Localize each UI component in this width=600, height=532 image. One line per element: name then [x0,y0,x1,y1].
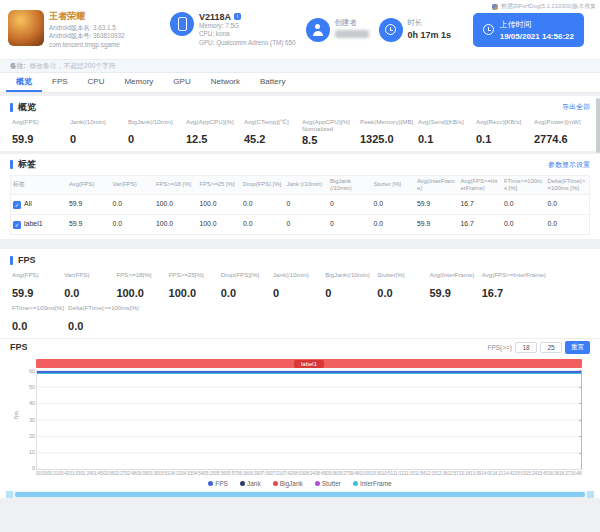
stat-label: Peak(Memory)[MB] [360,118,414,132]
remark-bar[interactable]: 备注: 修改备注，不超过200个字符 [0,60,600,73]
row-label: All [24,200,32,208]
legend-item[interactable]: InterFrame [353,480,392,487]
column-header: BigJank (/10min) [328,176,372,194]
x-tick-label: 02:06 [103,471,114,476]
tab[interactable]: 概览 [6,73,42,92]
legend-item[interactable]: Jank [240,480,261,487]
game-version-name: Android版本名: 3.63.1.5 [49,24,125,33]
x-tick-label: 15:03 [515,471,526,476]
stat-label: FPS>=18[%] [116,271,164,286]
stat-value: 0 [325,287,373,299]
stat-item: FTime>=100ms[%] 0.0 [10,303,66,333]
tab-label: FPS [52,77,68,86]
fps-title: FPS [18,255,36,265]
tab[interactable]: FPS [42,73,78,92]
x-tick-label: 01:03 [69,471,80,476]
parameter-display-settings-link[interactable]: 参数显示设置 [548,160,590,170]
x-tick-label: 08:03 [293,471,304,476]
stat-value: 12.5 [186,133,240,145]
stat-value: 1325.0 [360,133,414,145]
tab[interactable]: Memory [114,73,163,92]
x-tick-label: 03:51 [159,471,170,476]
row-checkbox[interactable] [13,201,21,209]
scrollbar-right-handle[interactable] [587,491,594,498]
row-checkbox[interactable] [13,221,21,229]
labels-section: 标签 参数显示设置 标签 Avg(FPS) Var(FPS) FPS>=18 [… [0,154,600,239]
x-tick-label: 14:21 [492,471,503,476]
stat-label: FPS>=25[%] [169,271,217,286]
x-tick-label: 02:48 [125,471,136,476]
stat-value: 0.0 [377,287,425,299]
stat-value: 0.0 [221,287,269,299]
stat-value: 100.0 [116,287,164,299]
chart-scrollbar[interactable] [6,491,594,498]
section-accent-bar [10,160,13,169]
labels-title: 标签 [18,158,36,171]
fps-stats: Avg(FPS) 59.9 Var(FPS) 0.0 FPS>=18[%] 10… [10,270,590,336]
page-scrollbar-thumb[interactable] [596,98,600,153]
game-package-name: com.tencent.tmgp.sgame [49,41,125,50]
legend-item[interactable]: BigJank [273,480,303,487]
x-tick-label: 10:51 [382,471,393,476]
stat-label: Avg(Send)[KB/s] [418,118,472,132]
fps-threshold-low-input[interactable]: 18 [515,342,537,353]
stat-item: FPS>=25[%] 100.0 [167,270,219,300]
stat-item: Avg(Send)[KB/s] 0.1 [416,117,474,147]
column-header: Avg(FPS) [67,179,111,190]
tab[interactable]: Network [201,73,250,92]
x-tick-label: 05:15 [203,471,214,476]
fps-threshold-high-input[interactable]: 25 [540,342,562,353]
upload-clock-icon [483,24,494,35]
tab[interactable]: CPU [78,73,115,92]
cell: 100.0 [198,218,242,230]
column-header: Avg(FPS>=InterFrame) [459,176,503,194]
scrollbar-left-handle[interactable] [6,491,13,498]
legend-item[interactable]: Stutter [315,480,341,487]
stat-value: 0 [128,133,182,145]
legend-label: Stutter [322,480,341,487]
tab[interactable]: GPU [163,73,200,92]
x-tick-label: 13:18 [459,471,470,476]
x-tick-label: 07:00 [259,471,270,476]
tab[interactable]: Battery [250,73,295,92]
stat-label: Var(FPS) [64,271,112,286]
x-tick-label: 11:54 [415,471,426,476]
stat-value: 0.1 [418,133,472,145]
tab-bar: 概览 FPS CPU Memory GPU Network Battery [0,73,600,93]
stat-label: Avg(AppCPU)[%] Normalized [302,118,356,133]
upload-time-value: 19/05/2021 14:56:22 [500,32,574,41]
cell: 16.7 [459,198,503,210]
chart-tools: FPS(>=) 18 25 重置 [487,341,590,354]
cell: 59.9 [67,198,111,210]
x-tick-label: 04:54 [192,471,203,476]
y-tick-label: 60 [22,368,35,374]
cell: 0.0 [372,218,416,230]
scrollbar-thumb[interactable] [15,492,585,497]
legend-label: FPS [215,480,228,487]
stat-value: 0.0 [64,287,112,299]
column-header: FPS>=25 [%] [198,179,242,190]
tab-label: Battery [260,77,285,86]
export-all-link[interactable]: 导出全部 [562,102,590,112]
legend-dot [273,481,278,486]
chart-title: FPS [10,342,28,352]
device-cpu: CPU: kona [199,30,296,39]
x-tick-label: 10:30 [371,471,382,476]
upload-time-panel: 上传时间 19/05/2021 14:56:22 [473,13,584,47]
table-row-all: All 59.9 0.0 100.0 100.0 0.0 0 0 0.0 59.… [11,195,589,215]
device-model: V2118A [199,12,231,22]
cell: 100.0 [154,198,198,210]
device-info-badge[interactable]: i [234,13,241,20]
right-axis [581,370,582,469]
column-header: FPS>=18 [%] [154,179,198,190]
x-tick-label: 13:39 [470,471,481,476]
legend-label: BigJank [280,480,303,487]
person-icon [312,24,324,36]
legend-item[interactable]: FPS [208,480,228,487]
stat-value: 2774.6 [534,133,588,145]
plot-area[interactable]: 6050403020100 [36,370,582,470]
reset-button[interactable]: 重置 [565,341,590,354]
stat-item: Avg(FPS) 59.9 [10,270,62,300]
clock-icon [385,24,396,35]
stat-label: Stutter[%] [377,271,425,286]
